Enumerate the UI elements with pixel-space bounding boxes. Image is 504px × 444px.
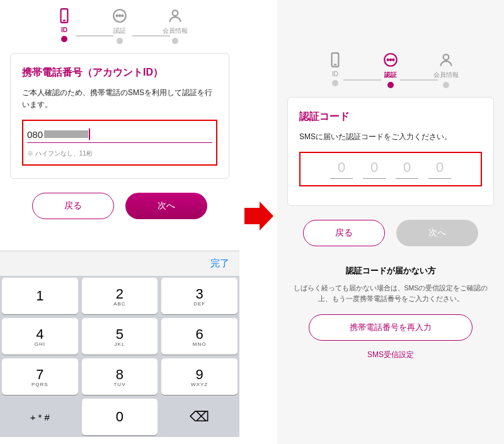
button-row: 戻る 次へ bbox=[277, 220, 504, 246]
step-dot bbox=[387, 82, 394, 88]
digit-key-6[interactable]: 6MNO bbox=[161, 318, 238, 355]
digit-key-4[interactable]: 4GHI bbox=[2, 318, 78, 355]
svg-point-6 bbox=[173, 10, 178, 16]
reenter-phone-button[interactable]: 携帯電話番号を再入力 bbox=[309, 314, 472, 341]
symbols-key[interactable]: + * # bbox=[2, 399, 78, 435]
screen-phone-entry: ID 認証 会員情報 携帯電話番号（アカウントID） ご本人確認のため、携帯電話… bbox=[0, 0, 239, 444]
next-button[interactable]: 次へ bbox=[125, 193, 207, 219]
step-label: ID bbox=[61, 26, 67, 33]
step-dot bbox=[332, 80, 338, 86]
code-digit-input[interactable]: 0 bbox=[396, 159, 418, 179]
screen-code-entry: ID 認証 会員情報 認証コード SMSに届いた認証コードをご入力ください。 0… bbox=[277, 0, 504, 444]
phone-value: 080 bbox=[27, 129, 43, 140]
chat-icon bbox=[112, 8, 128, 24]
svg-marker-7 bbox=[244, 202, 273, 231]
step-dot bbox=[61, 36, 67, 42]
svg-point-3 bbox=[117, 15, 118, 16]
code-digit-input[interactable]: 0 bbox=[363, 159, 386, 179]
step-label: 認証 bbox=[113, 26, 126, 35]
button-row: 戻る 次へ bbox=[0, 193, 239, 219]
code-input-highlight: 0 0 0 0 bbox=[299, 152, 482, 186]
svg-point-15 bbox=[390, 59, 391, 60]
step-dot bbox=[443, 82, 449, 88]
code-card: 認証コード SMSに届いた認証コードをご入力ください。 0 0 0 0 bbox=[287, 97, 494, 206]
phone-icon bbox=[56, 8, 72, 24]
digit-key-2[interactable]: 2ABC bbox=[82, 278, 158, 314]
step-label: 会員情報 bbox=[433, 71, 459, 79]
back-button[interactable]: 戻る bbox=[303, 220, 385, 246]
phone-input[interactable]: 080 bbox=[27, 125, 212, 143]
card-desc: ご本人確認のため、携帯電話のSMSを利用して認証を行います。 bbox=[22, 87, 217, 111]
svg-point-4 bbox=[119, 15, 120, 16]
phone-card: 携帯電話番号（アカウントID） ご本人確認のため、携帯電話のSMSを利用して認証… bbox=[10, 53, 229, 179]
text-cursor bbox=[89, 128, 90, 140]
step-auth: 認証 bbox=[103, 8, 136, 44]
step-label: ID bbox=[332, 71, 338, 77]
svg-point-17 bbox=[444, 54, 449, 60]
phone-icon bbox=[327, 52, 343, 68]
step-dot bbox=[117, 38, 123, 44]
card-title: 認証コード bbox=[299, 110, 482, 123]
stepper: ID 認証 会員情報 bbox=[0, 0, 239, 47]
sms-settings-link[interactable]: SMS受信設定 bbox=[290, 350, 491, 360]
person-icon bbox=[167, 8, 183, 24]
digit-key-5[interactable]: 5JKL bbox=[82, 318, 158, 355]
card-title: 携帯電話番号（アカウントID） bbox=[22, 66, 217, 79]
help-section: 認証コードが届かない方 しばらく経っても届かない場合は、SMSの受信設定をご確認… bbox=[290, 265, 491, 360]
step-id: ID bbox=[48, 8, 81, 44]
backspace-key[interactable]: ⌫ bbox=[161, 399, 238, 435]
digit-key-1[interactable]: 1 bbox=[2, 278, 78, 314]
help-title: 認証コードが届かない方 bbox=[290, 265, 491, 276]
chat-icon bbox=[382, 52, 399, 68]
input-hint: ※ ハイフンなし、11桁 bbox=[27, 149, 212, 158]
stepper: ID 認証 会員情報 bbox=[277, 44, 504, 91]
help-desc: しばらく経っても届かない場合は、SMSの受信設定をご確認の上、もう一度携帯電話番… bbox=[290, 283, 491, 304]
numeric-keypad: 12ABC3DEF4GHI5JKL6MNO7PQRS8TUV9WXYZ+ * #… bbox=[0, 276, 239, 437]
svg-point-5 bbox=[122, 15, 123, 16]
back-button[interactable]: 戻る bbox=[32, 193, 114, 219]
digit-key-7[interactable]: 7PQRS bbox=[2, 358, 78, 395]
digit-key-3[interactable]: 3DEF bbox=[161, 278, 238, 314]
digit-key-0[interactable]: 0 bbox=[82, 399, 158, 435]
phone-input-highlight: 080 ※ ハイフンなし、11桁 bbox=[22, 120, 217, 166]
person-icon bbox=[438, 52, 454, 68]
digit-key-8[interactable]: 8TUV bbox=[82, 358, 158, 395]
step-label: 認証 bbox=[384, 71, 397, 79]
keyboard-done-button[interactable]: 完了 bbox=[210, 258, 229, 270]
code-digit-input[interactable]: 0 bbox=[330, 159, 353, 179]
step-id: ID bbox=[319, 52, 352, 88]
keyboard-toolbar: 完了 bbox=[0, 251, 239, 276]
flow-arrow-icon bbox=[244, 202, 273, 233]
svg-point-16 bbox=[392, 59, 394, 60]
step-member: 会員情報 bbox=[159, 8, 192, 44]
step-label: 会員情報 bbox=[163, 26, 188, 35]
code-digit-input[interactable]: 0 bbox=[428, 159, 451, 179]
step-dot bbox=[172, 38, 178, 44]
svg-point-14 bbox=[387, 59, 389, 60]
masked-digits bbox=[44, 130, 88, 138]
step-auth: 認証 bbox=[374, 52, 407, 88]
card-desc: SMSに届いた認証コードをご入力ください。 bbox=[299, 131, 482, 143]
digit-key-9[interactable]: 9WXYZ bbox=[161, 358, 238, 395]
step-member: 会員情報 bbox=[430, 52, 462, 88]
next-button-disabled: 次へ bbox=[396, 220, 478, 246]
